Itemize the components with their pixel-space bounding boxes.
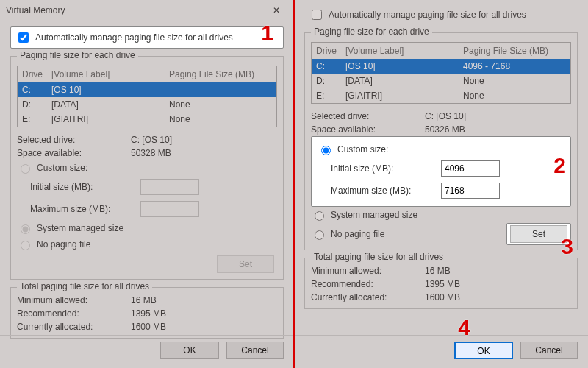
drive-table[interactable]: Drive [Volume Label] Paging File Size (M… [311,42,571,104]
col-vol: [Volume Label] [51,69,140,79]
panel-divider [293,0,295,368]
no-paging-input[interactable] [21,241,30,250]
space-available-label: Space available: [17,148,131,158]
auto-manage-label: Automatically manage paging file size fo… [329,10,526,20]
dialog-right: Automatically manage paging file size fo… [294,0,588,368]
table-row[interactable]: C: [OS 10] [18,82,276,97]
custom-size-radio[interactable]: Custom size: [17,160,277,176]
ok-button[interactable]: OK [454,342,513,359]
table-row[interactable]: D: [DATA] None [312,74,570,88]
cancel-button[interactable]: Cancel [520,342,578,359]
initial-size-field[interactable] [140,179,199,195]
col-drive: Drive [22,69,51,79]
table-row[interactable]: E: [GIAITRI] None [312,88,570,103]
auto-manage-checkbox[interactable]: Automatically manage paging file size fo… [10,26,284,49]
system-managed-radio[interactable]: System managed size [311,207,571,223]
callout-1: 1 [261,22,273,44]
set-button[interactable]: Set [217,255,274,273]
col-size: Paging File Size (MB) [140,69,272,79]
totals-group: Total paging file size for all drives Mi… [304,258,578,309]
max-size-field[interactable] [441,183,500,199]
system-managed-input[interactable] [315,211,324,221]
callout-2: 2 [553,155,566,177]
drive-group: Paging file size for each drive Drive [V… [304,32,578,250]
totals-legend: Total paging file size for all drives [17,281,152,291]
drive-table[interactable]: Drive [Volume Label] Paging File Size (M… [17,66,277,127]
max-size-label: Maximum size (MB): [30,204,140,214]
no-paging-radio[interactable]: No paging file [17,236,277,252]
selected-drive-label: Selected drive: [17,135,131,145]
auto-manage-input[interactable] [312,10,322,20]
dialog-left: Virtual Memory ✕ Automatically manage pa… [0,0,294,368]
no-paging-input[interactable] [315,230,324,240]
system-managed-input[interactable] [21,224,30,234]
callout-3: 3 [561,236,573,258]
set-button[interactable]: Set [510,225,567,243]
drive-group-legend: Paging file size for each drive [311,26,432,37]
initial-size-label: Initial size (MB): [30,182,140,192]
table-row[interactable]: C: [OS 10] 4096 - 7168 [312,59,570,74]
initial-size-field[interactable] [441,160,500,177]
auto-manage-label: Automatically manage paging file size fo… [35,32,233,43]
close-icon[interactable]: ✕ [262,1,291,19]
system-managed-radio[interactable]: System managed size [17,220,277,236]
cancel-button[interactable]: Cancel [226,342,284,359]
drive-group-legend: Paging file size for each drive [17,50,138,60]
auto-manage-checkbox[interactable]: Automatically manage paging file size fo… [304,4,578,25]
table-row[interactable]: E: [GIAITRI] None [18,112,276,127]
auto-manage-input[interactable] [18,32,29,43]
ok-button[interactable]: OK [160,342,219,359]
custom-size-radio[interactable]: Custom size: [318,141,564,158]
max-size-field[interactable] [140,201,199,217]
custom-size-input[interactable] [321,146,331,155]
no-paging-radio[interactable]: No paging file [311,226,384,242]
callout-4: 4 [458,316,470,339]
window-title: Virtual Memory [6,5,65,15]
titlebar: Virtual Memory ✕ [0,0,294,21]
totals-group: Total paging file size for all drives Mi… [10,287,284,339]
table-row[interactable]: D: [DATA] None [18,97,276,112]
custom-size-input[interactable] [21,164,30,174]
custom-size-block: Custom size: Initial size (MB): Maximum … [311,136,571,207]
drive-group: Paging file size for each drive Drive [V… [10,56,284,280]
